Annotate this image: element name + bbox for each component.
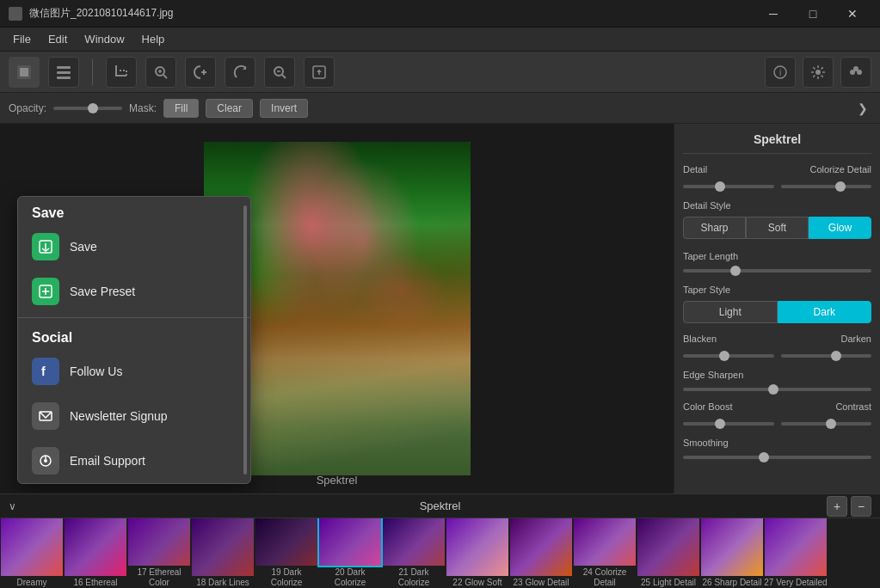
svg-point-28 bbox=[44, 459, 47, 462]
heal-btn[interactable] bbox=[185, 57, 216, 88]
taper-length-row: Taper Length bbox=[683, 249, 871, 273]
thumbnail-image bbox=[192, 518, 254, 576]
save-preset-item[interactable]: Save Preset bbox=[18, 269, 250, 314]
opacity-thumb[interactable] bbox=[88, 103, 98, 113]
app-icon-btn[interactable] bbox=[9, 57, 40, 88]
thumbnail-item[interactable]: 16 Ethereal bbox=[64, 518, 127, 588]
thumbnail-item[interactable]: 24 Colorize Detail bbox=[573, 518, 637, 588]
minimize-button[interactable]: ─ bbox=[754, 0, 792, 28]
svg-point-16 bbox=[815, 70, 821, 75]
detail-thumb[interactable] bbox=[715, 181, 725, 192]
thumbnail-item[interactable]: Dreamy bbox=[0, 518, 64, 588]
layers-btn[interactable] bbox=[48, 57, 79, 88]
thumbnail-item[interactable]: 21 Dark Colorize bbox=[382, 518, 446, 588]
save-icon bbox=[32, 233, 59, 260]
export-btn[interactable] bbox=[304, 57, 335, 88]
taper-length-slider[interactable] bbox=[683, 269, 871, 273]
darken-slider[interactable] bbox=[781, 354, 872, 358]
thumbnail-image-wrap bbox=[383, 518, 445, 566]
bottom-strip: ∨ Spektrel + − Dreamy16 Ethereal17 Ether… bbox=[0, 493, 880, 588]
taper-thumb[interactable] bbox=[730, 266, 741, 276]
thumbnail-image-wrap bbox=[192, 518, 254, 576]
opacity-slider[interactable] bbox=[53, 107, 122, 110]
sharp-button[interactable]: Sharp bbox=[683, 217, 746, 239]
add-preset-button[interactable]: + bbox=[827, 496, 847, 517]
effects-btn[interactable] bbox=[840, 57, 871, 88]
window-title: 微信图片_20210810144617.jpg bbox=[29, 6, 173, 21]
detail-slider[interactable] bbox=[683, 185, 774, 188]
dark-button[interactable]: Dark bbox=[778, 301, 872, 323]
save-item[interactable]: Save bbox=[18, 224, 250, 269]
thumbnail-label: 26 Sharp Detail bbox=[703, 578, 762, 588]
window-controls: ─ □ ✕ bbox=[754, 0, 871, 28]
contrast-slider[interactable] bbox=[781, 422, 872, 426]
clear-button[interactable]: Clear bbox=[206, 99, 253, 118]
detail-style-row: Detail Style Sharp Soft Glow bbox=[683, 199, 871, 239]
thumbnail-item[interactable]: 18 Dark Lines bbox=[191, 518, 255, 588]
thumbnail-image-wrap bbox=[574, 518, 636, 566]
menu-window[interactable]: Window bbox=[76, 29, 132, 49]
smooth-thumb[interactable] bbox=[759, 452, 769, 462]
rotate-btn[interactable] bbox=[225, 57, 255, 88]
edge-slider[interactable] bbox=[683, 388, 871, 391]
svg-line-6 bbox=[163, 75, 167, 78]
thumbnail-label: 24 Colorize Detail bbox=[573, 567, 637, 588]
menubar: File Edit Window Help bbox=[0, 28, 880, 52]
thumbnail-image bbox=[701, 518, 763, 576]
menu-edit[interactable]: Edit bbox=[40, 29, 76, 49]
thumbnail-image-wrap bbox=[1, 518, 63, 576]
edge-thumb[interactable] bbox=[768, 384, 778, 395]
save-preset-icon bbox=[32, 278, 59, 305]
zoom-out-btn[interactable] bbox=[264, 57, 295, 88]
thumbnail-item[interactable]: 20 Dark Colorize bbox=[318, 518, 382, 588]
darken-thumb[interactable] bbox=[831, 351, 841, 361]
thumbnail-item[interactable]: 19 Dark Colorize bbox=[255, 518, 318, 588]
thumbnail-item[interactable]: 27 Very Detailed bbox=[764, 518, 828, 588]
thumbnail-item[interactable]: 17 Ethereal Color bbox=[127, 518, 191, 588]
fill-button[interactable]: Fill bbox=[163, 99, 199, 118]
crop-btn[interactable] bbox=[106, 57, 137, 88]
dropdown-scrollbar[interactable] bbox=[243, 205, 247, 475]
colorize-thumb[interactable] bbox=[835, 181, 846, 192]
settings-btn[interactable] bbox=[803, 57, 834, 88]
menu-file[interactable]: File bbox=[4, 29, 40, 49]
menu-help[interactable]: Help bbox=[133, 29, 174, 49]
follow-us-item[interactable]: f Follow Us bbox=[18, 349, 250, 394]
thumbnail-label: 23 Glow Detail bbox=[513, 578, 569, 588]
thumbnail-image bbox=[383, 518, 445, 566]
info-btn[interactable]: i bbox=[765, 57, 796, 88]
thumbnail-image bbox=[637, 518, 699, 576]
thumbnails-row: Dreamy16 Ethereal17 Ethereal Color18 Dar… bbox=[0, 518, 880, 588]
smoothing-label: Smoothing bbox=[683, 438, 729, 448]
thumbnail-item[interactable]: 23 Glow Detail bbox=[509, 518, 573, 588]
maximize-button[interactable]: □ bbox=[794, 0, 832, 28]
colorboost-thumb[interactable] bbox=[715, 419, 725, 429]
invert-button[interactable]: Invert bbox=[260, 99, 308, 118]
facebook-icon: f bbox=[32, 358, 59, 385]
close-button[interactable]: ✕ bbox=[834, 0, 871, 28]
soft-button[interactable]: Soft bbox=[746, 217, 809, 239]
contrast-thumb[interactable] bbox=[826, 419, 836, 429]
mask-label: Mask: bbox=[129, 102, 157, 114]
thumbnail-item[interactable]: 22 Glow Soft bbox=[446, 518, 509, 588]
thumbnail-item[interactable]: 26 Sharp Detail bbox=[700, 518, 764, 588]
colorize-slider[interactable] bbox=[781, 185, 872, 188]
smoothing-slider[interactable] bbox=[683, 456, 871, 459]
edge-label: Edge Sharpen bbox=[683, 370, 743, 380]
glow-button[interactable]: Glow bbox=[809, 217, 871, 239]
blacken-thumb[interactable] bbox=[719, 351, 729, 361]
titlebar-left: 微信图片_20210810144617.jpg bbox=[9, 6, 173, 21]
save-label: Save bbox=[70, 240, 97, 254]
mask-row: Opacity: Mask: Fill Clear Invert ❯ bbox=[0, 93, 880, 124]
colorboost-slider[interactable] bbox=[683, 422, 774, 426]
zoom-in-btn[interactable] bbox=[145, 57, 176, 88]
remove-preset-button[interactable]: − bbox=[851, 496, 871, 517]
thumbnail-item[interactable]: 25 Light Detail bbox=[637, 518, 700, 588]
newsletter-item[interactable]: Newsletter Signup bbox=[18, 394, 250, 438]
blacken-slider[interactable] bbox=[683, 354, 774, 358]
email-item[interactable]: Email Support bbox=[18, 438, 250, 483]
expand-strip-button[interactable]: ∨ bbox=[9, 500, 16, 512]
light-button[interactable]: Light bbox=[683, 301, 778, 323]
newsletter-icon bbox=[32, 402, 59, 430]
expand-button[interactable]: ❯ bbox=[854, 100, 871, 117]
